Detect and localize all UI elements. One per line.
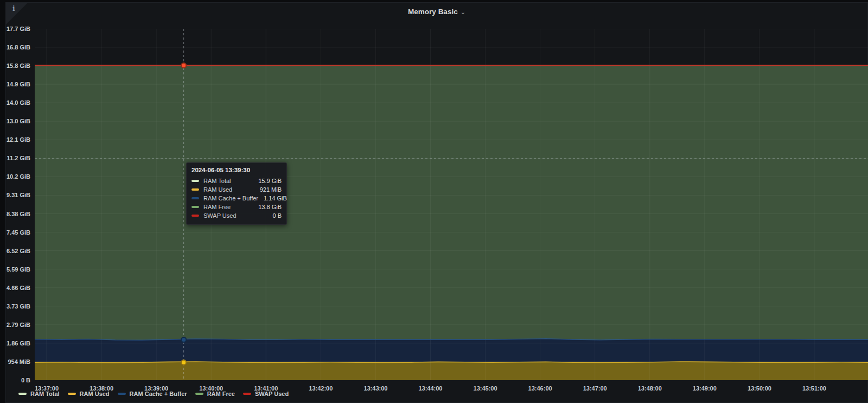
hover-point <box>181 360 186 365</box>
y-tick-label: 17.7 GiB <box>0 25 30 33</box>
legend-item-ram-free[interactable]: RAM Free <box>195 391 235 397</box>
x-tick-label: 13:43:00 <box>354 385 397 392</box>
tooltip-row: RAM Total15.9 GiB <box>192 177 282 185</box>
legend-label: RAM Cache + Buffer <box>130 391 187 397</box>
tooltip-series-swatch <box>192 188 199 191</box>
ram-cache-area <box>35 339 868 363</box>
panel-title-dropdown[interactable]: Memory Basic⌄ <box>6 8 867 16</box>
tooltip-series-value: 921 MiB <box>260 186 282 193</box>
tooltip-series-swatch <box>192 206 199 208</box>
x-tick-label: 13:48:00 <box>628 385 672 392</box>
y-tick-label: 2.79 GiB <box>0 321 30 329</box>
y-tick-label: 10.2 GiB <box>0 173 30 180</box>
y-tick-label: 5.59 GiB <box>0 266 30 273</box>
y-tick-label: 12.1 GiB <box>0 136 30 143</box>
x-tick-label: 13:44:00 <box>409 385 452 392</box>
x-tick-label: 13:49:00 <box>683 385 726 392</box>
legend-label: RAM Free <box>207 391 235 397</box>
tooltip-row: RAM Used921 MiB <box>192 185 282 194</box>
tooltip-series-label: RAM Free <box>203 204 253 210</box>
y-tick-label: 13.0 GiB <box>0 117 30 125</box>
y-tick-label: 14.0 GiB <box>0 99 30 106</box>
y-tick-label: 11.2 GiB <box>0 154 30 162</box>
x-tick-label: 13:42:00 <box>299 385 342 392</box>
y-tick-label: 3.73 GiB <box>0 303 30 310</box>
y-tick-label: 8.38 GiB <box>0 210 30 218</box>
tooltip-series-label: RAM Used <box>203 186 254 193</box>
y-tick-label: 7.45 GiB <box>0 229 30 236</box>
panel-info-corner[interactable] <box>6 3 28 24</box>
legend-label: RAM Used <box>80 391 110 397</box>
legend-label: SWAP Used <box>255 391 289 397</box>
tooltip-series-label: RAM Total <box>203 178 253 184</box>
memory-basic-panel: Memory Basic⌄ i 0 B954 MiB1.86 GiB2.79 G… <box>5 2 868 403</box>
hover-point <box>181 63 186 68</box>
hover-point <box>181 337 186 342</box>
legend-swatch <box>118 393 126 395</box>
y-tick-label: 14.9 GiB <box>0 80 30 88</box>
legend: RAM TotalRAM UsedRAM Cache + BufferRAM F… <box>18 391 289 397</box>
panel-title: Memory Basic <box>408 8 458 16</box>
tooltip-series-swatch <box>192 197 199 199</box>
y-tick-label: 6.52 GiB <box>0 247 30 255</box>
tooltip-series-value: 15.9 GiB <box>258 178 282 184</box>
legend-label: RAM Total <box>30 391 60 397</box>
tooltip-series-swatch <box>192 180 199 182</box>
ram-used-area <box>35 362 868 380</box>
x-tick-label: 13:51:00 <box>793 385 836 392</box>
y-tick-label: 0 B <box>0 376 30 384</box>
tooltip-series-value: 0 B <box>272 212 282 219</box>
legend-swatch <box>243 393 251 395</box>
x-tick-label: 13:47:00 <box>573 385 617 392</box>
x-tick-label: 13:45:00 <box>464 385 507 392</box>
y-tick-label: 954 MiB <box>0 358 30 366</box>
y-tick-label: 16.8 GiB <box>0 43 30 51</box>
tooltip-row: RAM Free13.8 GiB <box>192 203 282 211</box>
tooltip-series-label: SWAP Used <box>203 212 267 219</box>
legend-item-ram-total[interactable]: RAM Total <box>18 391 60 397</box>
y-tick-label: 4.66 GiB <box>0 284 30 292</box>
legend-item-ram-cache-buffer[interactable]: RAM Cache + Buffer <box>118 391 187 397</box>
legend-swatch <box>68 393 76 395</box>
legend-item-swap-used[interactable]: SWAP Used <box>243 391 289 397</box>
memory-chart-canvas[interactable] <box>35 29 868 380</box>
legend-item-ram-used[interactable]: RAM Used <box>68 391 110 397</box>
ram-free-area <box>35 66 868 341</box>
tooltip-row: RAM Cache + Buffer1.14 GiB <box>192 194 282 203</box>
panel-header: Memory Basic⌄ <box>6 3 867 22</box>
y-tick-label: 1.86 GiB <box>0 339 30 347</box>
tooltip-row: SWAP Used0 B <box>192 211 282 220</box>
y-tick-label: 15.8 GiB <box>0 62 30 70</box>
tooltip-series-label: RAM Cache + Buffer <box>203 195 258 202</box>
chevron-down-icon: ⌄ <box>461 9 465 15</box>
legend-swatch <box>195 393 203 395</box>
y-tick-label: 9.31 GiB <box>0 191 30 199</box>
x-tick-label: 13:46:00 <box>519 385 562 392</box>
x-tick-label: 13:50:00 <box>738 385 781 392</box>
info-icon: i <box>12 5 15 12</box>
tooltip-series-value: 1.14 GiB <box>264 195 287 202</box>
tooltip-series-swatch <box>192 215 199 217</box>
tooltip-series-value: 13.8 GiB <box>258 204 282 210</box>
tooltip-timestamp: 2024-06-05 13:39:30 <box>192 167 282 173</box>
hover-tooltip: 2024-06-05 13:39:30 RAM Total15.9 GiBRAM… <box>186 162 287 225</box>
legend-swatch <box>18 393 27 395</box>
